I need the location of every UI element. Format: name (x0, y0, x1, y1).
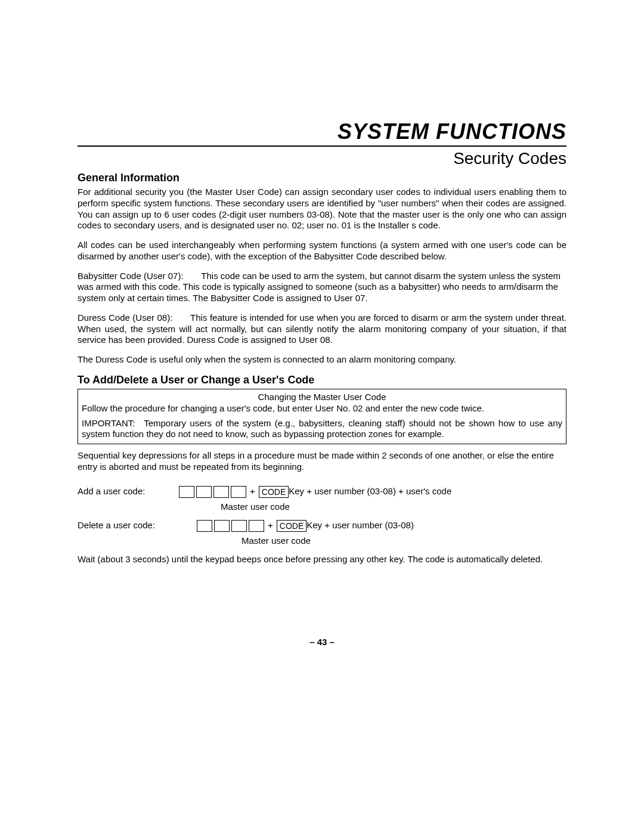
section-heading-general: General Information (78, 172, 566, 184)
box-title: Changing the Master User Code (82, 392, 562, 402)
add-suffix: Key + user number (03-08) + user's code (289, 486, 451, 496)
sub-title: Security Codes (78, 149, 566, 168)
digit-box (214, 520, 230, 532)
page-number: – 43 – (0, 637, 644, 647)
info-box: Changing the Master User Code Follow the… (78, 389, 566, 444)
paragraph-duress: Duress Code (User 08): This feature is i… (78, 312, 566, 346)
paragraph-babysitter: Babysitter Code (User 07): This code can… (78, 271, 566, 304)
box-paragraph: Follow the procedure for changing a user… (82, 403, 562, 414)
paragraph: All codes can be used interchangeably wh… (78, 240, 566, 262)
main-title: SYSTEM FUNCTIONS (78, 119, 566, 144)
digit-box (249, 520, 264, 532)
code-key: CODE (259, 486, 289, 498)
paragraph: The Duress Code is useful only when the … (78, 354, 566, 366)
wait-note: Wait (about 3 seconds) until the keypad … (78, 554, 566, 565)
digit-box (196, 486, 212, 498)
title-block: SYSTEM FUNCTIONS (78, 119, 566, 147)
paragraph: For additional security you (the Master … (78, 187, 566, 231)
document-page: SYSTEM FUNCTIONS Security Codes General … (0, 0, 644, 833)
master-code-label: Master user code (78, 501, 566, 512)
digit-box (179, 486, 194, 498)
delete-user-row: Delete a user code: + CODE Key + user nu… (78, 520, 566, 532)
sequential-note: Sequential key depressions for all steps… (78, 450, 566, 473)
digit-box (197, 520, 212, 532)
master-code-boxes (197, 520, 264, 532)
master-code-label: Master user code (78, 535, 566, 546)
code-key: CODE (277, 520, 306, 532)
plus-sign: + (264, 520, 277, 530)
add-label: Add a user code: (78, 486, 179, 496)
add-user-row: Add a user code: + CODE Key + user numbe… (78, 486, 566, 498)
master-code-boxes (179, 486, 246, 498)
section-heading-adddelete: To Add/Delete a User or Change a User's … (78, 374, 566, 386)
digit-box (213, 486, 229, 498)
plus-sign: + (246, 486, 259, 496)
delete-label: Delete a user code: (78, 520, 197, 530)
digit-box (231, 520, 247, 532)
box-paragraph-important: IMPORTANT: Temporary users of the system… (82, 418, 562, 441)
digit-box (231, 486, 246, 498)
delete-suffix: Key + user number (03-08) (306, 520, 414, 530)
